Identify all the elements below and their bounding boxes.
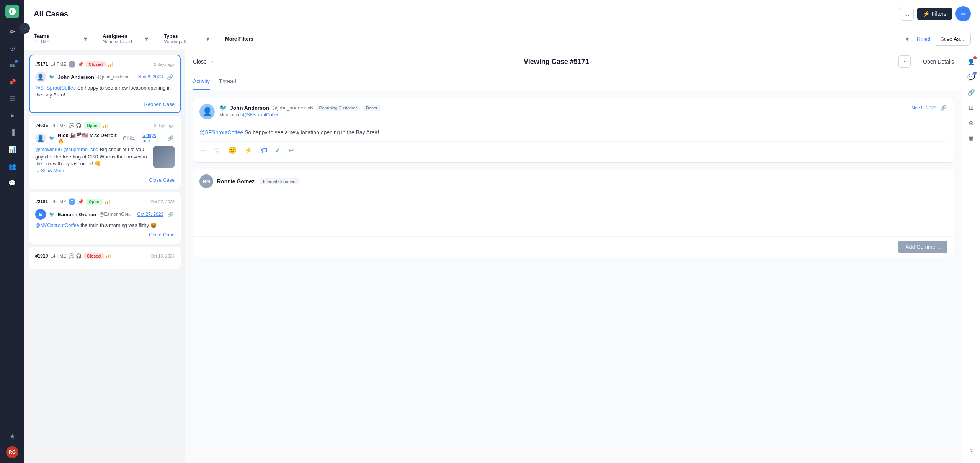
assignees-filter-value: None selected <box>103 39 132 44</box>
case-user-handle-4636: @Nic... <box>123 135 138 141</box>
sidebar-expand-button[interactable]: → <box>19 23 30 34</box>
message-tag-button[interactable]: 🏷 <box>259 145 269 156</box>
case-link-4636[interactable]: 🔗 <box>167 135 175 142</box>
message-user-avatar: 👤 <box>199 104 215 119</box>
show-more-4636[interactable]: Show More <box>41 168 64 173</box>
assignees-filter-group: Assignees None selected <box>103 33 132 44</box>
sidebar-item-list[interactable]: ☰ <box>5 92 19 106</box>
sidebar-item-send[interactable]: ➤ <box>5 109 19 122</box>
inbox-badge <box>15 60 18 63</box>
case-timestamp-5171: 2 days ago <box>154 62 175 67</box>
link-icon: 🔗 <box>967 89 975 96</box>
close-case-button-4636[interactable]: Close Case <box>35 177 175 183</box>
close-label: Close <box>193 59 207 65</box>
comment-body[interactable] <box>193 194 954 236</box>
message-sub: Mentioned @SFSproutCoffee <box>219 112 947 117</box>
right-sidebar-profile[interactable]: 👤 <box>964 55 978 68</box>
right-sidebar-grid[interactable]: ⊞ <box>964 101 978 114</box>
sidebar-item-chart[interactable]: 📊 <box>5 142 19 156</box>
tab-activity[interactable]: Activity <box>193 73 210 90</box>
message-emoji-button[interactable]: 😐 <box>227 145 238 156</box>
case-card-1910[interactable]: #1910 L4 TMZ 💬 🎧 Closed Oct 18, 2023 <box>29 247 181 269</box>
left-sidebar: → ✏ ⊙ ✉ 📌 ☰ ➤ ▐ 📊 👥 💬 ★ RG <box>0 0 24 463</box>
twitter-icon-5171: 🐦 <box>49 74 55 80</box>
close-case-button-2181[interactable]: Close Case <box>35 232 175 238</box>
case-link-2181[interactable]: 🔗 <box>167 211 175 218</box>
close-case-button[interactable]: Close → <box>193 59 214 65</box>
message-check-button[interactable]: ✓ <box>273 145 282 156</box>
teams-filter[interactable]: Teams L4 TMZ ▾ <box>34 28 95 50</box>
message-user-name: John Anderson <box>230 105 269 111</box>
case-timestamp-4636: 3 days ago <box>154 123 175 128</box>
reset-button[interactable]: Reset <box>916 36 931 42</box>
case-card-header-2181: #2181 L4 TMZ E 📌 Open Oct 27, 2023 <box>35 198 175 205</box>
pin-icon-2181: 📌 <box>78 199 83 204</box>
sidebar-item-tasks[interactable]: 📌 <box>5 75 19 89</box>
message-mention: @SFSproutCoffee <box>199 129 243 135</box>
assignees-filter-label: Assignees <box>103 33 132 39</box>
arrow-left-icon: ← <box>915 59 921 65</box>
sidebar-item-people[interactable]: 👥 <box>5 159 19 173</box>
header-compose-button[interactable]: ✏ <box>956 6 971 21</box>
profile-badge <box>973 56 977 59</box>
message-link-button[interactable]: 🔗 <box>939 104 947 111</box>
case-link-5171[interactable]: 🔗 <box>166 73 174 81</box>
main-content: All Cases ... ⚡ Filters ✏ Teams L4 TMZ ▾ <box>24 0 980 463</box>
message-user-top: 🐦 John Anderson @john_anderson6 Returnin… <box>219 104 947 111</box>
case-card-2181[interactable]: #2181 L4 TMZ E 📌 Open Oct 27, 2023 E <box>29 192 181 244</box>
arrow-icon: → <box>209 59 214 65</box>
case-id-4636: #4636 <box>35 123 48 128</box>
message-like-button[interactable]: ♡ <box>213 145 222 156</box>
header-ellipsis-button[interactable]: ... <box>900 7 914 21</box>
case-status-4636: Open <box>84 122 101 129</box>
tasks-icon: 📌 <box>8 78 16 86</box>
message-reply-button[interactable]: ↩ <box>287 145 296 156</box>
user-avatar[interactable]: RG <box>6 446 18 458</box>
case-timestamp-2181: Oct 27, 2023 <box>150 199 175 204</box>
types-filter[interactable]: Types Viewing all ▾ <box>156 28 217 50</box>
sidebar-item-analytics[interactable]: ▐ <box>5 126 19 139</box>
case-card-5171[interactable]: #5171 L4 TMZ 📌 Closed 2 days ago <box>29 55 181 113</box>
priority-bars-4636 <box>103 124 108 128</box>
tab-thread[interactable]: Thread <box>219 73 236 90</box>
pin-icon-5171: 📌 <box>78 62 83 67</box>
comment-textarea[interactable] <box>199 199 947 230</box>
case-card-4636[interactable]: #4636 L4 TMZ 💬 🎧 Open 3 days ago <box>29 116 181 189</box>
case-icons-4636: 💬 🎧 <box>69 123 82 128</box>
teams-filter-value: L4 TMZ <box>34 39 49 44</box>
case-status-1910: Closed <box>84 253 104 259</box>
save-as-button[interactable]: Save As... <box>934 33 971 46</box>
sidebar-item-dashboard[interactable]: ⊙ <box>5 41 19 55</box>
send-icon: ➤ <box>10 112 15 119</box>
case-icons-1910: 💬 🎧 <box>69 253 82 259</box>
right-sidebar-plus[interactable]: ⊕ <box>964 116 978 130</box>
right-sidebar-help[interactable]: ? <box>964 445 978 458</box>
case-detail-header: Close → Viewing Case #5171 ··· ← Open De… <box>185 50 962 73</box>
case-team-1910: L4 TMZ <box>50 253 66 259</box>
messages-icon: 💬 <box>8 179 16 187</box>
filters-button[interactable]: ⚡ Filters <box>917 8 952 20</box>
more-filters-button[interactable]: More Filters ▾ <box>217 30 916 48</box>
message-more-button[interactable]: ··· <box>199 145 208 156</box>
message-zap-button[interactable]: ⚡ <box>243 145 254 156</box>
case-mention-5171: @SFSproutCoffee <box>35 85 76 91</box>
page-header: All Cases ... ⚡ Filters ✏ <box>24 0 980 28</box>
app-logo[interactable] <box>5 5 19 18</box>
detail-ellipsis-button[interactable]: ··· <box>898 55 911 68</box>
assignees-filter[interactable]: Assignees None selected ▾ <box>95 28 156 50</box>
right-sidebar-link[interactable]: 🔗 <box>964 85 978 99</box>
sidebar-item-inbox[interactable]: ✉ <box>5 58 19 72</box>
filter-actions: Reset Save As... <box>916 33 971 46</box>
sidebar-item-star[interactable]: ★ <box>5 429 19 443</box>
add-comment-button[interactable]: Add Comment <box>898 241 947 253</box>
ellipsis-icon-detail: ··· <box>902 58 907 65</box>
case-status-2181: Open <box>86 199 103 205</box>
sidebar-item-messages[interactable]: 💬 <box>5 176 19 190</box>
case-id-2181: #2181 <box>35 199 48 204</box>
right-sidebar-chat[interactable]: 💬 <box>964 70 978 84</box>
open-details-button[interactable]: ← Open Details <box>915 59 954 65</box>
sidebar-item-compose[interactable]: ✏ <box>5 24 19 38</box>
reopen-case-button-5171[interactable]: Reopen Case <box>35 101 175 107</box>
comment-tag: Internal Comment <box>260 178 299 184</box>
right-sidebar-table[interactable]: ▦ <box>964 131 978 145</box>
